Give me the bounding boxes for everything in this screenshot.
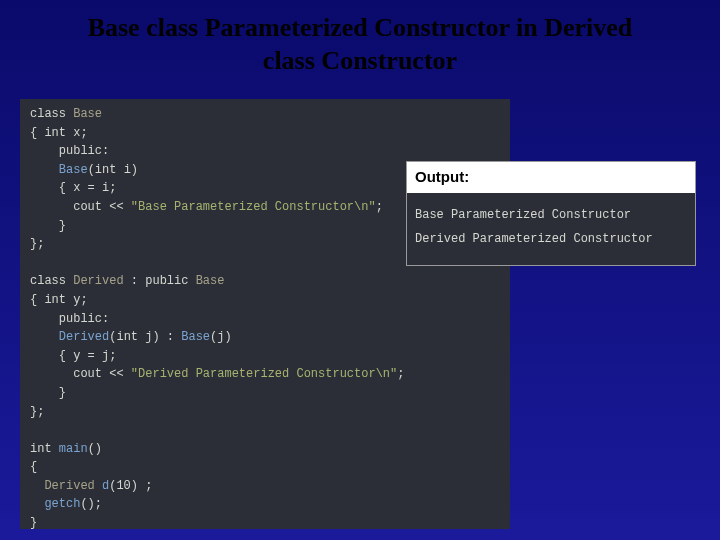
code-line: int main() xyxy=(30,440,500,459)
code-line: { int x; xyxy=(30,124,500,143)
output-line: Base Parameterized Constructor xyxy=(415,203,687,227)
code-line: Derived d(10) ; xyxy=(30,477,500,496)
code-line xyxy=(30,421,500,440)
output-line: Derived Parameterized Constructor xyxy=(415,227,687,251)
code-line: { y = j; xyxy=(30,347,500,366)
code-line: public: xyxy=(30,310,500,329)
code-line: { xyxy=(30,458,500,477)
code-line: cout << "Derived Parameterized Construct… xyxy=(30,365,500,384)
code-line: class Derived : public Base xyxy=(30,272,500,291)
code-line: { int y; xyxy=(30,291,500,310)
code-line: class Base xyxy=(30,105,500,124)
output-panel: Output: Base Parameterized ConstructorDe… xyxy=(406,161,696,266)
code-line: public: xyxy=(30,142,500,161)
code-line: }; xyxy=(30,403,500,422)
output-body: Base Parameterized ConstructorDerived Pa… xyxy=(407,193,695,265)
code-line: } xyxy=(30,384,500,403)
code-line: getch(); xyxy=(30,495,500,514)
output-header: Output: xyxy=(407,162,695,193)
code-line: } xyxy=(30,514,500,533)
slide-title: Base class Parameterized Constructor in … xyxy=(0,0,720,81)
code-line: Derived(int j) : Base(j) xyxy=(30,328,500,347)
